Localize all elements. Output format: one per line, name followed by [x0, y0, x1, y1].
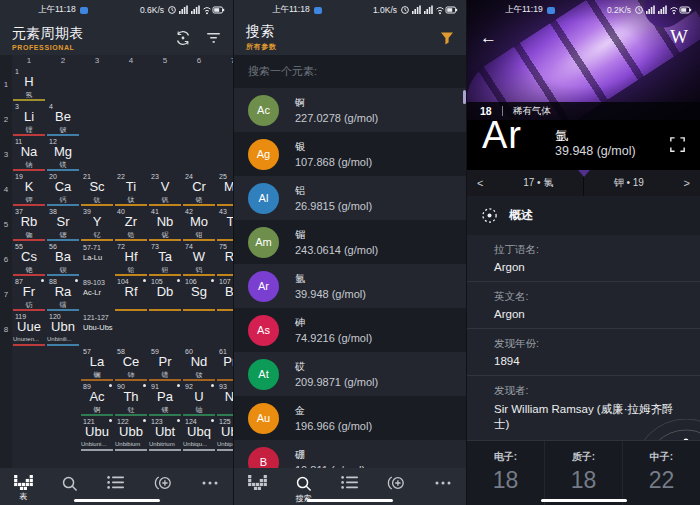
search-result-Al[interactable]: Al铝26.9815 (g/mol): [234, 176, 466, 220]
next-element[interactable]: 钾 • 19: [584, 176, 674, 190]
element-cell-Ta[interactable]: 73Ta钽: [148, 242, 182, 277]
element-cell-Re[interactable]: 75Re: [216, 242, 233, 277]
element-range-Ac-Lr[interactable]: 89-103Ac-Lr: [80, 277, 114, 312]
element-cell-Rb[interactable]: 37Rb铷: [12, 207, 46, 242]
element-cell-Uue[interactable]: 119UueUnunen...: [12, 312, 46, 347]
nav-more-tab[interactable]: [190, 475, 230, 491]
nav-table-tab[interactable]: [237, 475, 277, 490]
nav-isotope-tab[interactable]: [143, 475, 183, 491]
element-symbol: Th: [114, 389, 148, 404]
element-cell-Mo[interactable]: 42Mo钼: [182, 207, 216, 242]
search-title: 搜索: [246, 23, 276, 41]
element-cell-Zr[interactable]: 40Zr锆: [114, 207, 148, 242]
element-cell-Ubn[interactable]: 120UbnUnbinili...: [46, 312, 80, 347]
search-result-Au[interactable]: Au金196.966 (g/mol): [234, 396, 466, 440]
view-switch-icon[interactable]: [175, 30, 191, 46]
back-button[interactable]: ←: [480, 28, 497, 48]
home-indicator[interactable]: [307, 499, 393, 503]
element-cell-Pr[interactable]: 59Pr镨: [148, 347, 182, 382]
element-cell-Sc[interactable]: 21Sc钪: [80, 172, 114, 207]
element-cell-Ra[interactable]: 88Ra镭: [46, 277, 80, 312]
nav-list-tab[interactable]: [96, 475, 136, 490]
nav-more-tab[interactable]: [423, 475, 463, 491]
element-cell-Nd[interactable]: 60Nd钕: [182, 347, 216, 382]
sort-filter-icon[interactable]: [206, 31, 221, 44]
element-cell-Ubq[interactable]: 124UbqUnbiqu...: [182, 417, 216, 452]
element-cell-Cr[interactable]: 24Cr铬: [182, 172, 216, 207]
element-cell-Sr[interactable]: 38Sr锶: [46, 207, 80, 242]
element-cell-U[interactable]: 92U铀: [182, 382, 216, 417]
element-cell-Ce[interactable]: 58Ce铈: [114, 347, 148, 382]
home-indicator[interactable]: [541, 499, 627, 503]
nav-list-tab[interactable]: [330, 475, 370, 490]
element-cell-Db[interactable]: 105Db: [148, 277, 182, 312]
element-cell-Nb[interactable]: 41Nb铌: [148, 207, 182, 242]
filter-icon[interactable]: [440, 31, 454, 45]
category-underline: [217, 204, 233, 206]
prev-element[interactable]: 17 • 氯: [493, 176, 583, 190]
element-cell-Be[interactable]: 4Be铍: [46, 102, 80, 137]
prev-arrow[interactable]: <: [467, 177, 493, 189]
element-cell-Rf[interactable]: 104Rf: [114, 277, 148, 312]
wikipedia-link[interactable]: W: [670, 26, 688, 48]
element-range-Ubu-Ubs[interactable]: 121-127Ubu-Ubs: [80, 312, 114, 347]
element-cell-Ubp[interactable]: 125UbpUnbip...: [216, 417, 233, 452]
atomic-number: 18: [480, 105, 492, 117]
element-cell-Mn[interactable]: 25Mn: [216, 172, 233, 207]
element-cell-Np[interactable]: 93Np: [216, 382, 233, 417]
field-label: 英文名:: [494, 290, 688, 304]
element-cell-K[interactable]: 19K钾: [12, 172, 46, 207]
element-cell-Mg[interactable]: 12Mg镁: [46, 137, 80, 172]
category-underline: [13, 344, 45, 346]
element-cell-Hf[interactable]: 72Hf铪: [114, 242, 148, 277]
element-cell-Th[interactable]: 90Th钍: [114, 382, 148, 417]
search-result-Ag[interactable]: Ag银107.868 (g/mol): [234, 132, 466, 176]
element-cell-Bh[interactable]: 107Bh: [216, 277, 233, 312]
category-underline: [183, 204, 215, 206]
nav-table-tab[interactable]: 表: [3, 475, 43, 502]
element-cell-Fr[interactable]: 87Fr钫: [12, 277, 46, 312]
next-arrow[interactable]: >: [674, 177, 700, 189]
element-cell-Ti[interactable]: 22Ti钛: [114, 172, 148, 207]
element-cell-V[interactable]: 23V钒: [148, 172, 182, 207]
element-cell-Ca[interactable]: 20Ca钙: [46, 172, 80, 207]
element-cell-W[interactable]: 74W钨: [182, 242, 216, 277]
element-cell-Pm[interactable]: 61Pm: [216, 347, 233, 382]
result-info: 银107.868 (g/mol): [295, 140, 372, 168]
element-cell-H[interactable]: 1H氢: [12, 67, 46, 102]
search-input[interactable]: 搜索一个元素:: [234, 55, 466, 88]
element-cell-Tc[interactable]: 43Tc: [216, 207, 233, 242]
search-result-Ac[interactable]: Ac锕227.0278 (g/mol): [234, 88, 466, 132]
particle-stat: 质子:18: [544, 441, 622, 505]
element-cell-Pa[interactable]: 91Pa镤: [148, 382, 182, 417]
fullscreen-icon[interactable]: [670, 137, 685, 156]
element-cell-Sg[interactable]: 106Sg: [182, 277, 216, 312]
home-indicator[interactable]: [74, 499, 160, 503]
search-result-Am[interactable]: Am镅243.0614 (g/mol): [234, 220, 466, 264]
element-cell-Ubb[interactable]: 122UbbUnbibium: [114, 417, 148, 452]
element-cell-Ba[interactable]: 56Ba钡: [46, 242, 80, 277]
radioactive-dot: [211, 419, 214, 422]
element-range-La-Lu[interactable]: 57-71La-Lu: [80, 242, 114, 277]
element-cell-Ac[interactable]: 89Ac锕: [80, 382, 114, 417]
element-cell-Na[interactable]: 11Na钠: [12, 137, 46, 172]
element-cell-Y[interactable]: 39Y钇: [80, 207, 114, 242]
element-cell-Ubu[interactable]: 121UbuUnbiuni...: [80, 417, 114, 452]
pointer-triangle: [578, 170, 590, 177]
search-result-Ar[interactable]: Ar氩39.948 (g/mol): [234, 264, 466, 308]
search-result-At[interactable]: At砹209.9871 (g/mol): [234, 352, 466, 396]
nav-isotope-tab[interactable]: [376, 475, 416, 491]
field-value: Argon: [494, 308, 688, 320]
nav-search-tab[interactable]: [50, 475, 90, 492]
search-result-As[interactable]: As砷74.9216 (g/mol): [234, 308, 466, 352]
element-cell-Li[interactable]: 3Li锂: [12, 102, 46, 137]
panel-search: 上午11:18 1.0K/s 搜索 所有参数: [233, 0, 466, 505]
scrollbar[interactable]: [463, 90, 466, 104]
element-cell-Ubt[interactable]: 123UbtUnbitrium: [148, 417, 182, 452]
category-underline: [183, 309, 215, 311]
element-cell-Cs[interactable]: 55Cs铯: [12, 242, 46, 277]
list-icon: [341, 475, 359, 490]
element-cell-La[interactable]: 57La镧: [80, 347, 114, 382]
group-number: 6: [182, 55, 216, 67]
category-underline: [115, 239, 147, 241]
